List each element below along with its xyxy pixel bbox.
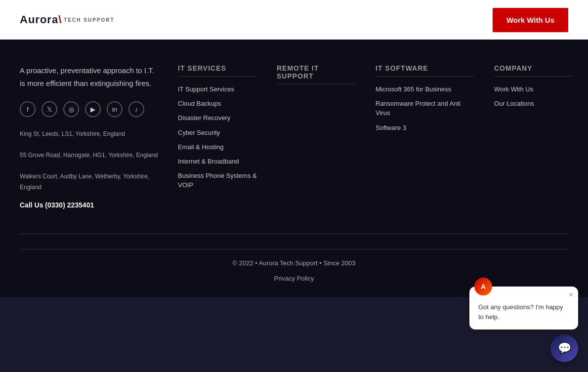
list-item[interactable]: Ransomware Protect and Anti Virus bbox=[376, 99, 474, 118]
privacy-policy-link[interactable]: Privacy Policy bbox=[274, 275, 314, 282]
work-with-us-link[interactable]: Work With Us bbox=[494, 85, 533, 93]
it-software-header: IT Software bbox=[376, 64, 474, 77]
twitter-icon[interactable]: 𝕏 bbox=[42, 101, 57, 117]
list-item[interactable]: Cloud Backups bbox=[178, 99, 257, 108]
address-harrogate: 55 Grove Road, Harrogate, HG1, Yorkshire… bbox=[20, 150, 158, 161]
footer: A proactive, preventative approach to I.… bbox=[0, 40, 588, 297]
logo: Aurora\ TECH SUPPORT bbox=[20, 13, 115, 26]
address-wetherby: Walkers Court, Audby Lane, Wetherby, Yor… bbox=[20, 171, 158, 193]
chat-widget: A × Got any questions? I'm happy to help… bbox=[469, 287, 578, 362]
our-locations-link[interactable]: Our Locations bbox=[494, 100, 534, 107]
logo-slash: \ bbox=[58, 13, 62, 26]
it-services-header: IT Services bbox=[178, 64, 257, 77]
it-software-column: IT Software Microsoft 365 for Business R… bbox=[376, 64, 474, 209]
list-item[interactable]: Disaster Recovery bbox=[178, 113, 257, 123]
footer-main: A proactive, preventative approach to I.… bbox=[20, 64, 568, 209]
ransomware-link[interactable]: Ransomware Protect and Anti Virus bbox=[376, 100, 461, 117]
footer-copyright: © 2022 • Aurora Tech Support • Since 200… bbox=[20, 259, 568, 267]
software3-link[interactable]: Software 3 bbox=[376, 124, 406, 131]
it-software-list: Microsoft 365 for Business Ransomware Pr… bbox=[376, 84, 474, 132]
list-item[interactable]: IT Support Services bbox=[178, 84, 257, 94]
facebook-icon[interactable]: f bbox=[20, 101, 36, 117]
cyber-security-link[interactable]: Cyber Security bbox=[178, 129, 220, 136]
list-item[interactable]: Work With Us bbox=[494, 84, 573, 94]
chat-message: Got any questions? I'm happy to help. bbox=[478, 302, 569, 322]
header: Aurora\ TECH SUPPORT Work With Us bbox=[0, 0, 588, 40]
logo-sub: TECH SUPPORT bbox=[64, 17, 114, 23]
social-icons: f 𝕏 ◎ ▶ in ♪ bbox=[20, 101, 158, 117]
footer-bottom: © 2022 • Aurora Tech Support • Since 200… bbox=[20, 249, 568, 282]
list-item[interactable]: Cyber Security bbox=[178, 128, 257, 137]
company-nav-header: Company bbox=[494, 64, 573, 77]
it-services-column: IT Services IT Support Services Cloud Ba… bbox=[178, 64, 257, 209]
instagram-icon[interactable]: ◎ bbox=[63, 101, 79, 117]
phone-number[interactable]: Call Us (0330) 2235401 bbox=[20, 201, 158, 209]
work-with-us-button[interactable]: Work With Us bbox=[493, 8, 568, 32]
ms365-link[interactable]: Microsoft 365 for Business bbox=[376, 85, 451, 93]
work-with-us-list: Work With Us Our Locations bbox=[494, 84, 573, 108]
cloud-backups-link[interactable]: Cloud Backups bbox=[178, 100, 221, 107]
tiktok-icon[interactable]: ♪ bbox=[128, 101, 144, 117]
chat-open-button[interactable]: 💬 bbox=[550, 334, 578, 362]
internet-broadband-link[interactable]: Internet & Broadband bbox=[178, 158, 239, 165]
list-item[interactable]: Business Phone Systems & VOIP bbox=[178, 171, 257, 190]
list-item[interactable]: Internet & Broadband bbox=[178, 157, 257, 166]
chat-avatar: A bbox=[474, 278, 492, 295]
remote-it-support-header: Remote IT Support bbox=[277, 64, 356, 84]
logo-text: Aurora\ bbox=[20, 13, 62, 26]
business-phone-link[interactable]: Business Phone Systems & VOIP bbox=[178, 172, 257, 189]
chat-close-button[interactable]: × bbox=[569, 290, 573, 299]
list-item[interactable]: Our Locations bbox=[494, 99, 573, 108]
remote-it-support-column: Remote IT Support bbox=[277, 64, 356, 209]
linkedin-icon[interactable]: in bbox=[107, 101, 123, 117]
company-column: A proactive, preventative approach to I.… bbox=[20, 64, 158, 209]
footer-divider bbox=[20, 234, 568, 234]
list-item[interactable]: Email & Hosting bbox=[178, 142, 257, 152]
work-with-us-column: Company Work With Us Our Locations bbox=[494, 64, 573, 209]
list-item[interactable]: Microsoft 365 for Business bbox=[376, 84, 474, 94]
list-item[interactable]: Software 3 bbox=[376, 123, 474, 132]
disaster-recovery-link[interactable]: Disaster Recovery bbox=[178, 114, 230, 122]
it-support-services-link[interactable]: IT Support Services bbox=[178, 85, 234, 93]
email-hosting-link[interactable]: Email & Hosting bbox=[178, 143, 223, 151]
footer-tagline: A proactive, preventative approach to I.… bbox=[20, 64, 158, 89]
address-block: King St, Leeds, LS1, Yorkshire, England … bbox=[20, 129, 158, 193]
address-leeds: King St, Leeds, LS1, Yorkshire, England bbox=[20, 129, 158, 140]
youtube-icon[interactable]: ▶ bbox=[85, 101, 101, 117]
chat-bubble: A × Got any questions? I'm happy to help… bbox=[469, 287, 578, 330]
it-services-list: IT Support Services Cloud Backups Disast… bbox=[178, 84, 257, 190]
chat-icon: 💬 bbox=[558, 342, 571, 355]
